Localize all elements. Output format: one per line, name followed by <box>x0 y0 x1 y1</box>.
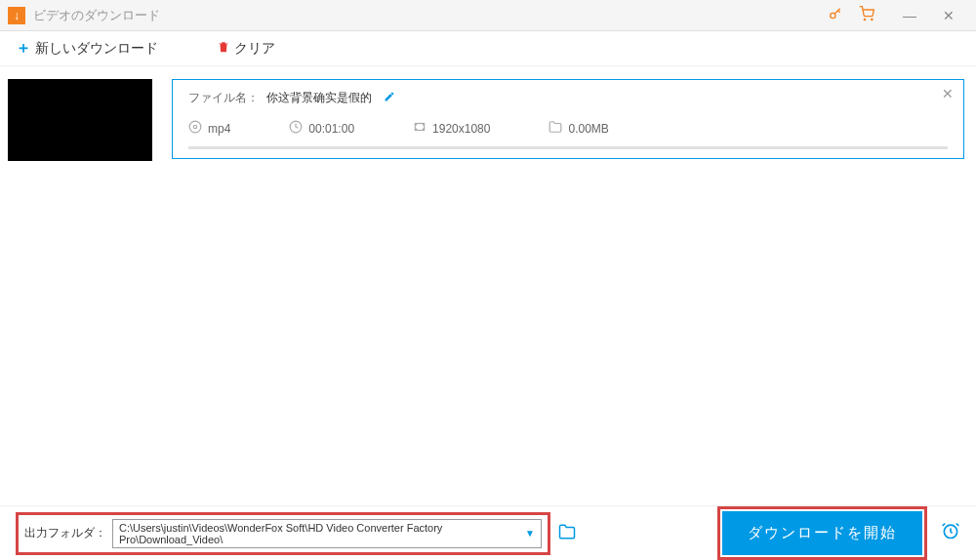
svg-point-2 <box>872 19 873 20</box>
resolution-value: 1920x1080 <box>432 122 490 136</box>
minimize-button[interactable]: — <box>890 0 929 31</box>
file-name-row: ファイル名： 你这背景确实是假的 <box>188 90 948 106</box>
duration-info: 00:01:00 <box>289 120 354 137</box>
item-details: ✕ ファイル名： 你这背景确实是假的 mp4 <box>172 79 964 159</box>
download-button-highlight: ダウンロードを開始 <box>717 506 927 560</box>
plus-icon: ＋ <box>16 38 31 59</box>
window-title: ビデオのダウンロード <box>33 7 828 24</box>
titlebar: ↓ ビデオのダウンロード — ✕ <box>0 0 976 31</box>
edit-icon[interactable] <box>384 91 395 105</box>
disc-icon <box>188 120 202 137</box>
browse-folder-icon[interactable] <box>558 523 576 544</box>
video-thumbnail <box>8 79 152 161</box>
new-download-button[interactable]: ＋ 新しいダウンロード <box>16 38 158 59</box>
titlebar-actions <box>828 6 874 24</box>
download-item: ✕ ファイル名： 你这背景确实是假的 mp4 <box>8 79 964 161</box>
size-value: 0.00MB <box>568 122 608 136</box>
format-value: mp4 <box>208 122 230 136</box>
key-icon[interactable] <box>828 6 843 24</box>
clear-button[interactable]: クリア <box>217 40 275 58</box>
toolbar: ＋ 新しいダウンロード クリア <box>0 31 976 66</box>
progress-bar <box>188 146 948 149</box>
output-folder-label: 出力フォルダ： <box>24 525 106 541</box>
folder-size-icon <box>549 120 562 137</box>
bottom-bar: 出力フォルダ： C:\Users\justin\Videos\WonderFox… <box>0 505 976 560</box>
size-info: 0.00MB <box>549 120 608 137</box>
svg-point-4 <box>193 125 197 129</box>
app-icon: ↓ <box>8 7 25 24</box>
svg-point-1 <box>864 19 865 20</box>
chevron-down-icon: ▼ <box>525 528 535 539</box>
output-folder-dropdown[interactable]: C:\Users\justin\Videos\WonderFox Soft\HD… <box>112 519 542 548</box>
file-info-row: mp4 00:01:00 1920x1080 <box>188 120 948 137</box>
remove-item-button[interactable]: ✕ <box>942 86 954 101</box>
resolution-info: 1920x1080 <box>413 120 490 137</box>
start-download-button[interactable]: ダウンロードを開始 <box>722 511 922 555</box>
output-folder-group: 出力フォルダ： C:\Users\justin\Videos\WonderFox… <box>16 512 550 555</box>
new-download-label: 新しいダウンロード <box>35 40 158 58</box>
trash-icon <box>217 40 230 57</box>
format-info: mp4 <box>188 120 230 137</box>
schedule-icon[interactable] <box>941 521 960 545</box>
file-name-label: ファイル名： <box>188 90 259 106</box>
cart-icon[interactable] <box>859 6 874 24</box>
resolution-icon <box>413 120 427 137</box>
close-button[interactable]: ✕ <box>929 0 968 31</box>
svg-point-3 <box>189 121 201 133</box>
output-folder-path: C:\Users\justin\Videos\WonderFox Soft\HD… <box>119 522 525 545</box>
file-name-value: 你这背景确实是假的 <box>266 90 372 106</box>
clear-label: クリア <box>234 40 275 58</box>
clock-icon <box>289 120 303 137</box>
content-area: ✕ ファイル名： 你这背景确实是假的 mp4 <box>0 66 976 505</box>
window-controls: — ✕ <box>890 0 968 31</box>
duration-value: 00:01:00 <box>308 122 354 136</box>
